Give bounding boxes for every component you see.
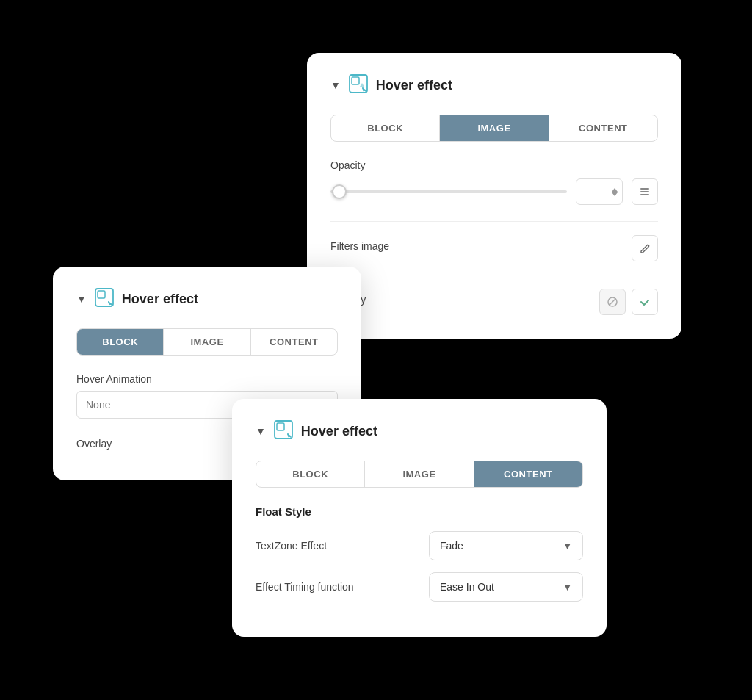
overlay-check-button[interactable]	[632, 289, 658, 315]
stack-button[interactable]	[632, 178, 658, 205]
textzone-effect-row: TextZone Effect Fade ▼	[256, 531, 583, 560]
panel1-tab-block[interactable]: BLOCK	[331, 115, 439, 141]
panel3-title: Hover effect	[301, 424, 377, 439]
textzone-effect-dropdown[interactable]: Fade ▼	[429, 531, 583, 560]
effect-timing-row: Effect Timing function Ease In Out ▼	[256, 572, 583, 602]
svg-rect-10	[277, 423, 284, 430]
svg-rect-8	[98, 291, 105, 298]
effect-timing-value: Ease In Out	[440, 581, 494, 593]
filters-edit-button[interactable]	[632, 235, 658, 261]
divider-1	[330, 221, 658, 222]
filters-image-row: Filters image	[330, 235, 658, 261]
panel3-tab-group: BLOCK IMAGE CONTENT	[256, 461, 583, 488]
panel1-chevron[interactable]: ▼	[330, 79, 341, 91]
hover-animation-label: Hover Animation	[76, 373, 338, 385]
divider-2	[330, 275, 658, 275]
opacity-label: Opacity	[330, 159, 658, 171]
panel2-tab-content[interactable]: CONTENT	[250, 329, 337, 355]
panel1-tab-image[interactable]: IMAGE	[439, 115, 548, 141]
svg-line-6	[610, 299, 616, 306]
effect-timing-label: Effect Timing function	[256, 581, 354, 593]
panel3-tab-image[interactable]: IMAGE	[364, 461, 473, 487]
svg-rect-3	[640, 191, 649, 192]
opacity-row	[330, 178, 658, 205]
slider-track	[330, 190, 567, 193]
panel1-icon	[348, 73, 369, 97]
opacity-number-input[interactable]	[576, 178, 623, 205]
panel1-tab-group: BLOCK IMAGE CONTENT	[330, 115, 658, 142]
overlay-disabled-button[interactable]	[599, 289, 626, 315]
float-style-title: Float Style	[256, 505, 583, 518]
textzone-dropdown-arrow: ▼	[563, 541, 572, 552]
panel3-chevron[interactable]: ▼	[256, 425, 266, 437]
opacity-slider[interactable]	[330, 181, 567, 202]
hover-effect-panel-content: ▼ Hover effect BLOCK IMAGE CONTENT Float…	[232, 399, 607, 637]
panel3-header: ▼ Hover effect	[256, 419, 583, 443]
panel1-title: Hover effect	[376, 78, 452, 93]
panel2-chevron[interactable]: ▼	[76, 293, 87, 305]
slider-thumb[interactable]	[332, 184, 347, 199]
svg-rect-2	[640, 188, 649, 190]
panel2-tab-group: BLOCK IMAGE CONTENT	[76, 328, 338, 356]
overlay-row: Overlay	[330, 289, 658, 315]
effect-timing-dropdown[interactable]: Ease In Out ▼	[429, 572, 583, 602]
timing-dropdown-arrow: ▼	[563, 582, 572, 593]
textzone-effect-value: Fade	[440, 540, 463, 552]
panel2-title: Hover effect	[122, 292, 198, 307]
spin-up[interactable]	[612, 188, 618, 192]
overlay-buttons	[599, 289, 658, 315]
panel2-tab-image[interactable]: IMAGE	[163, 329, 250, 355]
panel1-header: ▼ Hover effect	[330, 73, 658, 97]
textzone-effect-label: TextZone Effect	[256, 540, 327, 552]
svg-rect-1	[352, 77, 359, 84]
spin-down[interactable]	[612, 192, 618, 196]
panel3-tab-content[interactable]: CONTENT	[474, 461, 582, 487]
svg-rect-4	[640, 194, 649, 195]
panel2-tab-block[interactable]: BLOCK	[77, 329, 163, 355]
panel2-icon	[94, 287, 115, 311]
filters-image-label: Filters image	[330, 240, 389, 252]
panel3-icon	[273, 419, 294, 443]
hover-effect-panel-image: ▼ Hover effect BLOCK IMAGE CONTENT Opaci…	[307, 53, 682, 339]
panel1-tab-content[interactable]: CONTENT	[549, 115, 657, 141]
panel3-tab-block[interactable]: BLOCK	[256, 461, 364, 487]
panel2-header: ▼ Hover effect	[76, 287, 338, 311]
spin-arrows	[612, 188, 618, 196]
